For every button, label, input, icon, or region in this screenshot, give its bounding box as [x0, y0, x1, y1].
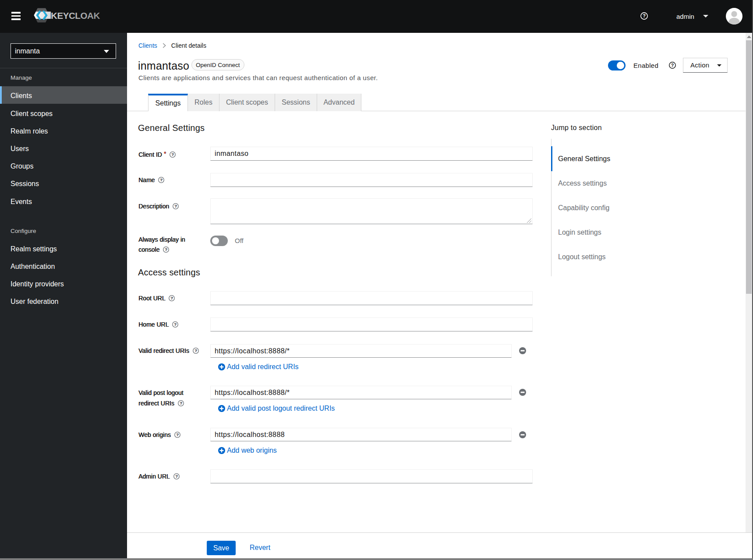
svg-text:?: ? [180, 401, 182, 405]
svg-text:?: ? [165, 247, 167, 252]
svg-text:?: ? [643, 13, 646, 18]
svg-text:?: ? [171, 152, 174, 157]
svg-text:?: ? [174, 322, 177, 327]
svg-text:?: ? [160, 177, 163, 182]
svg-text:?: ? [671, 63, 674, 68]
svg-text:?: ? [194, 348, 197, 353]
svg-text:?: ? [171, 296, 173, 300]
svg-text:?: ? [174, 204, 177, 208]
svg-text:?: ? [175, 474, 178, 479]
svg-text:KEYCLOAK: KEYCLOAK [51, 11, 100, 21]
svg-text:?: ? [176, 432, 179, 437]
